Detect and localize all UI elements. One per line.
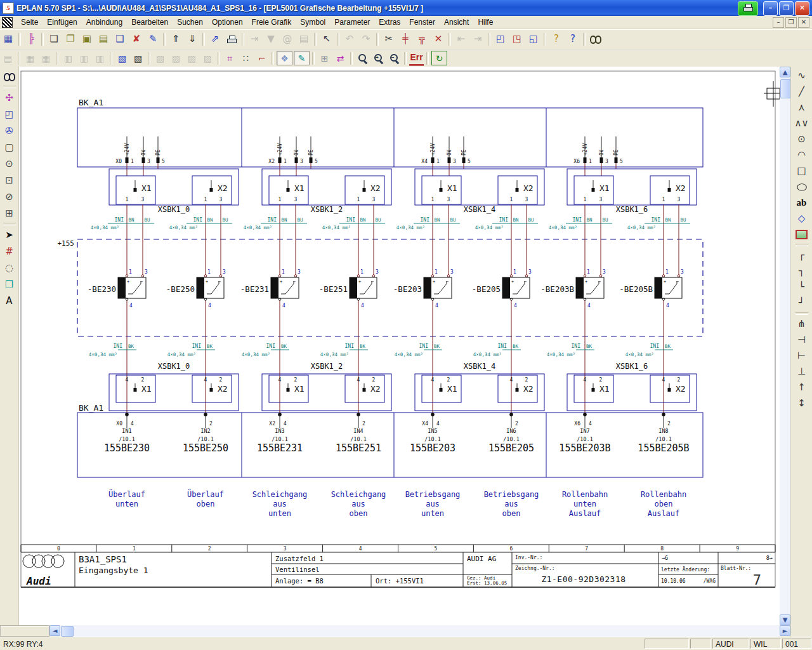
sheet-navigator-icon[interactable]: ▦: [1, 32, 16, 46]
close-button[interactable]: ✕: [795, 1, 809, 16]
minimize-button[interactable]: –: [763, 1, 778, 16]
line-tool-icon[interactable]: ╱: [794, 84, 809, 99]
pan-hand-icon[interactable]: ❖: [277, 51, 292, 65]
search-help-icon[interactable]: [588, 32, 603, 46]
menu-item-symbol[interactable]: Symbol: [296, 17, 330, 28]
zoom-in-icon[interactable]: +: [371, 51, 386, 65]
tee-up-tool-icon[interactable]: ⊥: [794, 364, 809, 379]
context-help-icon[interactable]: ?: [565, 32, 580, 46]
connection-delete-icon[interactable]: ✕: [431, 32, 446, 46]
macro-lamp-icon[interactable]: ⊙: [2, 156, 17, 171]
rectangle-tool-icon[interactable]: □: [794, 164, 809, 178]
mdi-restore-button[interactable]: ❐: [785, 17, 797, 28]
zoom-out-icon[interactable]: −: [387, 51, 402, 65]
save-page-icon[interactable]: ▣: [79, 32, 95, 46]
insert-device-icon[interactable]: ✇: [2, 123, 17, 138]
menu-item-optionen[interactable]: Optionen: [207, 17, 247, 28]
article-check-icon[interactable]: ▧: [131, 51, 145, 65]
t-connection-icon[interactable]: #: [2, 244, 17, 259]
tee-branch-tool-icon[interactable]: ⋔: [794, 317, 809, 331]
cut-connection-icon[interactable]: ✂: [381, 32, 396, 46]
select-pointer-icon[interactable]: ↖: [319, 32, 334, 46]
mdi-minimize-button[interactable]: –: [773, 17, 784, 28]
arrow-up-tool-icon[interactable]: ↑: [794, 380, 809, 395]
cross-reference-icon[interactable]: ⇗: [207, 32, 223, 46]
drawing-canvas[interactable]: BK_A1+155BK_A1+24V10V3PE5X0XSBK1_0XSBK1_…: [19, 67, 780, 625]
copy-icon[interactable]: ❑: [112, 32, 128, 46]
corner-bl-tool-icon[interactable]: └: [794, 280, 809, 295]
mdi-close-button[interactable]: ✕: [798, 17, 809, 28]
scroll-right-button[interactable]: ►: [780, 625, 790, 636]
edit-properties-icon[interactable]: ✎: [145, 32, 160, 46]
menu-item-anbindung[interactable]: Anbindung: [82, 17, 127, 28]
menu-item-seite[interactable]: Seite: [16, 17, 43, 28]
delete-icon[interactable]: ✘: [129, 32, 144, 46]
menu-item-bearbeiten[interactable]: Bearbeiten: [127, 17, 173, 28]
ellipse-marker-icon[interactable]: ◌: [2, 260, 17, 275]
menu-item-einfugen[interactable]: Einfügen: [43, 17, 81, 28]
scroll-left-button[interactable]: ◄: [49, 625, 60, 636]
scroll-down-button[interactable]: ▼: [780, 614, 790, 625]
spline-tool-icon[interactable]: ∿: [794, 69, 809, 83]
pane-splitter[interactable]: [0, 625, 49, 637]
menu-item-freie-grafik[interactable]: Freie Grafik: [247, 17, 296, 28]
project-tree-icon[interactable]: ╠: [23, 32, 39, 46]
schematic-drawing[interactable]: BK_A1+155BK_A1+24V10V3PE5X0XSBK1_0XSBK1_…: [19, 67, 780, 625]
horizontal-scroll-thumb[interactable]: [61, 626, 74, 637]
tee-left-tool-icon[interactable]: ⊣: [794, 333, 809, 347]
text-ab-tool-icon[interactable]: ab: [794, 196, 809, 210]
new-page-icon[interactable]: ❏: [46, 32, 62, 46]
tee-right-tool-icon[interactable]: ⊢: [794, 348, 809, 363]
image-tool-icon[interactable]: [794, 227, 809, 242]
corner-br-tool-icon[interactable]: ┘: [794, 296, 809, 310]
ellipse-tool-icon[interactable]: ○: [791, 180, 811, 194]
window-macro-icon[interactable]: ❒: [2, 277, 17, 292]
menu-item-fenster[interactable]: Fenster: [405, 17, 440, 28]
page-macro-save-icon[interactable]: ◱: [526, 32, 541, 46]
symbol-macro-save-icon[interactable]: ◳: [509, 32, 525, 46]
error-list-icon[interactable]: Err: [409, 51, 424, 66]
menu-item-suchen[interactable]: Suchen: [173, 17, 207, 28]
vertical-scroll-thumb[interactable]: [780, 79, 791, 98]
potential-tee-icon[interactable]: ╦: [414, 32, 429, 46]
redraw-icon[interactable]: ↻: [431, 51, 447, 65]
restore-button[interactable]: ❐: [779, 1, 794, 16]
polyline-tool-icon[interactable]: ⋏: [794, 100, 809, 115]
insert-terminal-icon[interactable]: ⌗: [223, 51, 237, 65]
insert-symbol-icon[interactable]: ✣: [2, 90, 17, 105]
help-icon[interactable]: ?: [549, 32, 564, 46]
menu-item-parameter[interactable]: Parameter: [330, 17, 374, 28]
page-down-icon[interactable]: ⇓: [185, 32, 200, 46]
save-all-icon[interactable]: ▤: [96, 32, 111, 46]
save-symbol-icon[interactable]: ◰: [2, 107, 17, 122]
insert-grid-icon[interactable]: ∷: [239, 51, 253, 65]
window-fit-icon[interactable]: ⊞: [317, 51, 332, 65]
find-icon[interactable]: [2, 69, 17, 84]
macro-motor-icon[interactable]: ⊘: [2, 189, 17, 204]
circle-tool-icon[interactable]: ⊙: [794, 132, 809, 147]
zoom-window-icon[interactable]: [355, 51, 370, 65]
zigzag-tool-icon[interactable]: ∧∨: [794, 116, 809, 131]
title-bar[interactable]: 5 EPLAN 5.70 SP1 - S:\...\AUDI\AU484_A1\…: [0, 0, 812, 16]
window-macro-save-icon[interactable]: ◰: [493, 32, 508, 46]
macro-grid-icon[interactable]: ⊞: [2, 206, 17, 221]
menu-item-ansicht[interactable]: Ansicht: [440, 17, 473, 28]
quick-print-button[interactable]: [738, 1, 758, 16]
rhombus-tool-icon[interactable]: ◇: [794, 211, 809, 226]
macro-valve-icon[interactable]: ⊡: [2, 173, 17, 188]
arrow-updown-tool-icon[interactable]: ↕: [794, 396, 809, 411]
menu-item-extras[interactable]: Extras: [374, 17, 405, 28]
vertical-scrollbar[interactable]: ▲ ▼: [780, 67, 790, 625]
open-page-icon[interactable]: ❐: [63, 32, 78, 46]
horizontal-scroll-track[interactable]: [60, 625, 780, 637]
insert-macro-icon[interactable]: ▢: [2, 140, 17, 155]
print-icon[interactable]: [224, 32, 239, 46]
arc-tool-icon[interactable]: ◠: [794, 148, 809, 162]
menu-item-hilfe[interactable]: Hilfe: [473, 17, 497, 28]
page-swap-icon[interactable]: ⇄: [333, 51, 348, 65]
page-up-icon[interactable]: ⇑: [168, 32, 183, 46]
potential-arrow-icon[interactable]: ➤: [2, 227, 17, 242]
article-new-icon[interactable]: ▧: [115, 51, 129, 65]
sketch-pen-icon[interactable]: ✎: [294, 51, 310, 65]
insert-connection-icon[interactable]: ⌐: [254, 51, 269, 65]
